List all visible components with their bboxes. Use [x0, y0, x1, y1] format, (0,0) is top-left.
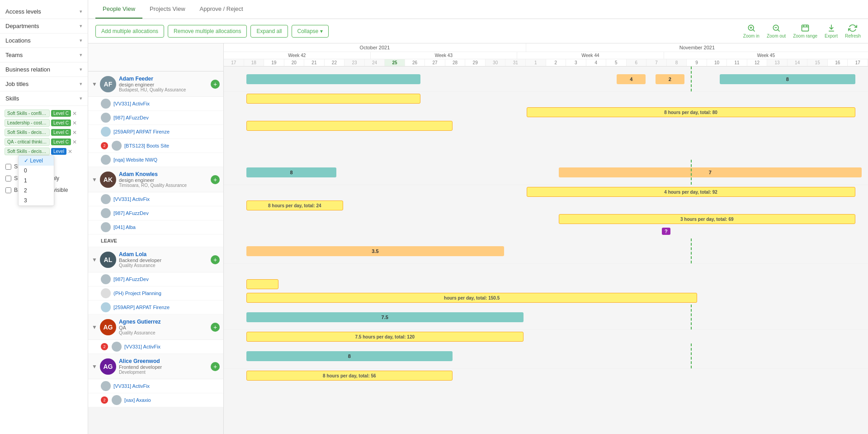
tab-people-view[interactable]: People View	[95, 0, 142, 19]
expand-icon-adam-lola[interactable]: ▼	[92, 257, 97, 263]
skill-remove-btn-3[interactable]: ✕	[72, 139, 77, 145]
skill-level-btn-1[interactable]: Level C	[51, 119, 71, 126]
add-allocation-alice-greenwod[interactable]: +	[211, 362, 220, 371]
timeline-body: 4 2 8	[224, 67, 868, 434]
skill-remove-btn-0[interactable]: ✕	[72, 111, 77, 116]
expand-all-button[interactable]: Expand all	[250, 25, 288, 38]
project-name-boots-feeder[interactable]: [BTS123] Boots Site	[124, 143, 169, 148]
expand-icon-agnes-gutierrez[interactable]: ▼	[92, 324, 97, 330]
day-cell-7: 7	[646, 59, 667, 66]
skill-level-btn-2[interactable]: Level C	[51, 129, 71, 136]
person-role-agnes-gutierrez: QA	[119, 325, 208, 330]
zoom-out-button[interactable]: Zoom out	[767, 24, 786, 38]
bar-feeder-orange2[interactable]: 2	[656, 74, 684, 84]
bar-vv331-agnes[interactable]: 7.5 hours per day, total: 120	[246, 332, 524, 342]
collapse-button[interactable]: Collapse ▾	[292, 25, 329, 38]
project-avatar-vv331-knowles	[101, 194, 111, 204]
project-name-alba-knowles[interactable]: [041] Alba	[113, 224, 136, 230]
zoom-in-button[interactable]: Zoom in	[743, 24, 760, 38]
tab-projects-view[interactable]: Projects View	[142, 0, 193, 19]
sidebar-filter-skills[interactable]: Skills ▾	[0, 91, 88, 106]
skill-level-btn-4[interactable]: Level	[51, 148, 66, 155]
sidebar-filter-business-relation[interactable]: Business relation ▾	[0, 62, 88, 77]
bar-row-arpat-lola: hours per day, total: 150.5	[224, 291, 868, 305]
sidebar-filter-teams[interactable]: Teams ▾	[0, 48, 88, 62]
project-name-987-knowles[interactable]: [987] AFuzzDev	[113, 210, 149, 216]
backlog-visible-input[interactable]	[5, 187, 11, 193]
expand-icon-alice-greenwod[interactable]: ▼	[92, 363, 97, 370]
chevron-down-icon: ▾	[80, 67, 82, 72]
add-allocation-adam-feeder[interactable]: +	[211, 80, 220, 89]
timeline-header: October 2021 November 2021 Week 42 Week …	[224, 43, 868, 67]
skill-level-btn-0[interactable]: Level C	[51, 110, 71, 117]
dropdown-item-3[interactable]: 3	[19, 196, 54, 205]
dropdown-item-level[interactable]: ✓ Level	[19, 156, 54, 166]
dropdown-item-0[interactable]: 0	[19, 166, 54, 176]
project-name-nqa-feeder[interactable]: [nqa] Website NWQ	[113, 157, 157, 162]
bar-feeder-teal2[interactable]: 8	[720, 74, 855, 84]
skill-remove-btn-2[interactable]: ✕	[72, 130, 77, 135]
project-row-987-feeder: [987] AFuzzDev	[88, 111, 223, 125]
project-name-arpat-lola[interactable]: [259ARP] ARPAT Firenze	[113, 305, 170, 310]
project-name-arpat-feeder[interactable]: [259ARP] ARPAT Firenze	[113, 129, 170, 134]
project-name-vv331-alice[interactable]: [VV331] ActivFix	[113, 383, 150, 389]
add-allocation-agnes-gutierrez[interactable]: +	[211, 323, 220, 332]
bar-alice-teal[interactable]: 8	[246, 351, 453, 361]
bar-knowles-teal[interactable]: 8	[246, 167, 337, 177]
project-name-xax-alice[interactable]: [xax] Axaxio	[124, 397, 151, 403]
show-backlog-input[interactable]	[5, 176, 11, 181]
add-allocation-adam-knowles[interactable]: +	[211, 175, 220, 184]
add-allocation-adam-lola[interactable]: +	[211, 255, 220, 264]
person-role-adam-feeder: design engineer	[119, 82, 208, 87]
export-button[interactable]: Export	[825, 24, 838, 38]
bar-feeder-teal[interactable]	[246, 74, 420, 84]
project-name-vv331-knowles[interactable]: [VV331] ActivFix	[113, 196, 150, 202]
skill-remove-btn-4[interactable]: ✕	[68, 149, 72, 154]
tab-approve-reject[interactable]: Approve / Reject	[193, 0, 250, 19]
bar-feeder-orange1[interactable]: 4	[617, 74, 646, 84]
bar-vv331-knowles[interactable]: 4 hours per day, total: 92	[527, 187, 855, 197]
bar-ph-lola[interactable]	[246, 279, 278, 289]
refresh-button[interactable]: Refresh	[845, 24, 861, 38]
person-location-adam-feeder: Budapest, HU, Quality Assurance	[119, 87, 208, 92]
bar-vv331-feeder[interactable]	[246, 94, 420, 104]
bar-knowles-orange[interactable]: 7	[559, 167, 862, 177]
bar-afuzzdev-knowles[interactable]: 8 hours per day, total: 24	[246, 200, 343, 210]
bar-row-vv331-feeder	[224, 92, 868, 105]
remove-multiple-allocations-button[interactable]: Remove multiple allocations	[168, 25, 247, 38]
expand-icon-adam-knowles[interactable]: ▼	[92, 176, 97, 183]
skill-chip-label-3: QA - critical thinking...	[5, 138, 50, 146]
zoom-range-button[interactable]: Zoom range	[793, 24, 817, 38]
sidebar-filter-access-levels[interactable]: Access levels ▾	[0, 5, 88, 19]
show-hours-input[interactable]	[5, 164, 11, 170]
skill-level-btn-3[interactable]: Level C	[51, 138, 71, 145]
project-name-vv331-agnes[interactable]: [VV331] ActivFix	[124, 344, 160, 349]
bar-row-adam-lola: 3.5	[224, 238, 868, 264]
project-name-vv331-feeder[interactable]: [VV331] ActivFix	[113, 101, 150, 106]
project-name-987-lola[interactable]: [987] AFuzzDev	[113, 277, 149, 282]
zoom-range-icon	[801, 24, 810, 33]
project-avatar-xax-alice	[112, 395, 122, 405]
dropdown-item-2[interactable]: 2	[19, 186, 54, 196]
day-cell-25: 25	[385, 59, 405, 66]
add-multiple-allocations-button[interactable]: Add multiple allocations	[95, 25, 164, 38]
month-october: October 2021	[224, 43, 526, 52]
bar-row-vv331-agnes: 7.5 hours per day, total: 120	[224, 330, 868, 343]
sidebar-filter-departments[interactable]: Departments ▾	[0, 19, 88, 33]
dropdown-item-1[interactable]: 1	[19, 176, 54, 186]
expand-icon-adam-feeder[interactable]: ▼	[92, 81, 97, 87]
bar-alba-knowles[interactable]: 3 hours per day, total: 69	[559, 214, 855, 224]
bar-agnes-teal[interactable]: 7.5	[246, 312, 524, 322]
sidebar-filter-job-titles[interactable]: Job titles ▾	[0, 77, 88, 91]
bar-row-vv331-knowles: 4 hours per day, total: 92	[224, 185, 868, 199]
bar-afuzzdev-feeder[interactable]: 8 hours per day, total: 80	[527, 107, 855, 117]
bar-arpat-lola[interactable]: hours per day, total: 150.5	[246, 293, 698, 303]
project-name-987-feeder[interactable]: [987] AFuzzDev	[113, 115, 149, 120]
bar-vv331-alice[interactable]: 8 hours per day, total: 56	[246, 371, 453, 381]
bar-lola-orange[interactable]: 3.5	[246, 246, 504, 256]
skill-remove-btn-1[interactable]: ✕	[72, 120, 77, 126]
bar-arpat-feeder[interactable]	[246, 121, 453, 131]
project-name-ph-lola[interactable]: (PH) Project Planning	[113, 291, 161, 296]
sidebar-filter-locations[interactable]: Locations ▾	[0, 33, 88, 48]
day-cell-8: 8	[667, 59, 687, 66]
